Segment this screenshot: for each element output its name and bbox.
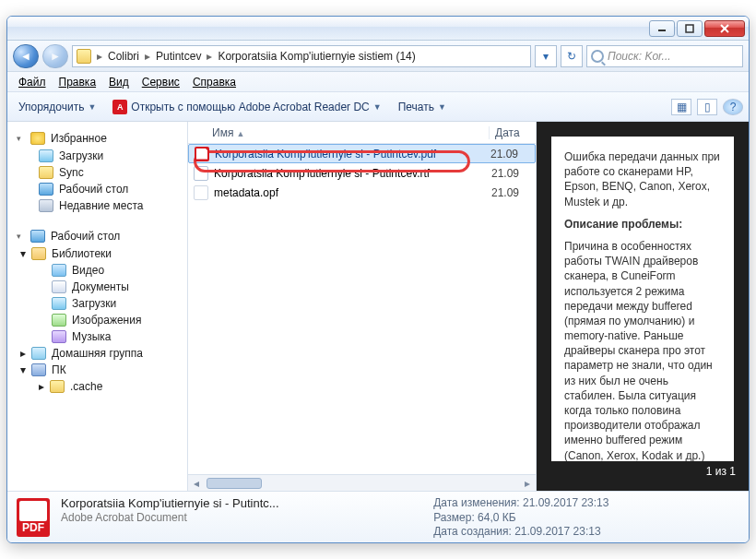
file-date: 21.09 [491,167,536,180]
details-modified: Дата изменения: 21.09.2017 23:13 [433,496,739,510]
sidebar-item-pictures[interactable]: Изображения [7,312,187,328]
file-row[interactable]: metadata.opf 21.09 [188,183,536,202]
details-pane: PDF Korporatsiia Komp'iutiernyie si - Pu… [7,491,749,542]
details-filename: Korporatsiia Komp'iutiernyie si - Putint… [61,496,409,510]
preview-pane: Ошибка передачи данных при работе со ска… [537,122,749,491]
scroll-left-icon[interactable]: ◂ [188,477,205,490]
back-button[interactable]: ◄ [13,44,39,68]
maximize-button[interactable] [677,20,703,37]
chevron-right-icon: ▸ [203,50,216,63]
open-with-button[interactable]: A Открыть с помощью Adobe Acrobat Reader… [107,98,386,116]
file-date: 21.09 [490,148,535,161]
file-row[interactable]: Korporatsiia Komp'iutiernyie si - Putint… [188,144,536,163]
sidebar-item-sync[interactable]: Sync [7,164,187,181]
sidebar-head-desktop[interactable]: ▾Рабочий стол [7,227,187,245]
bc-step[interactable]: Putintcev [156,50,201,63]
details-filetype: Adobe Acrobat Document [61,511,409,524]
chevron-down-icon: ▼ [373,102,382,112]
column-name[interactable]: Имя▲ [207,126,490,139]
breadcrumb[interactable]: ▸ Colibri ▸ Putintcev ▸ Korporatsiia Kom… [72,45,531,67]
print-button[interactable]: Печать▼ [393,99,452,115]
search-icon [591,50,604,63]
bc-step[interactable]: Colibri [108,50,139,63]
pdf-icon [195,147,209,161]
preview-pane-button[interactable]: ▯ [697,99,717,115]
details-created: Дата создания: 21.09.2017 23:13 [433,525,739,538]
preview-pager: 1 из 1 [537,461,749,483]
file-name: Korporatsiia Komp'iutiernyie si - Putint… [215,148,485,161]
h-scrollbar[interactable]: ◂ ▸ [188,474,536,491]
expand-icon: ▸ [20,347,26,360]
sidebar-item-docs[interactable]: Документы [7,279,187,295]
chevron-right-icon: ▸ [93,50,106,63]
navbar: ◄ ► ▸ Colibri ▸ Putintcev ▸ Korporatsiia… [7,41,749,72]
chevron-down-icon: ▼ [438,102,446,112]
preview-page: Ошибка передачи данных при работе со ска… [551,137,734,461]
expand-icon: ▸ [39,380,44,393]
pdf-icon-large: PDF [17,498,50,537]
bc-step[interactable]: Korporatsiia Komp'iutiernyie sistiem (14… [218,50,415,63]
sort-asc-icon: ▲ [236,129,244,138]
menu-tools[interactable]: Сервис [138,74,183,90]
scroll-thumb[interactable] [207,478,262,489]
sidebar-item-video[interactable]: Видео [7,262,187,279]
sidebar-item-downloads[interactable]: Загрузки [7,148,187,164]
collapse-icon: ▾ [17,232,25,241]
file-date: 21.09 [491,186,536,199]
toolbar: Упорядочить▼ A Открыть с помощью Adobe A… [7,92,749,122]
file-row[interactable]: Korporatsiia Komp'iutiernyie si - Putint… [188,163,536,183]
svg-rect-1 [686,25,693,32]
content-area: ▾Избранное Загрузки Sync Рабочий стол Не… [7,122,749,491]
help-button[interactable]: ? [723,99,743,115]
menu-edit[interactable]: Правка [55,74,100,90]
file-list: Korporatsiia Komp'iutiernyie si - Putint… [188,144,536,474]
sidebar-item-homegroup[interactable]: ▸Домашняя группа [7,345,187,362]
file-pane: Имя▲ Дата Korporatsiia Komp'iutiernyie s… [188,122,537,491]
minimize-button[interactable] [649,20,675,37]
sidebar-item-cache[interactable]: ▸.cache [7,378,187,395]
menu-file[interactable]: Файл [15,74,50,90]
folder-icon [77,49,91,64]
adobe-icon: A [112,100,127,114]
menu-view[interactable]: Вид [105,74,133,90]
column-date[interactable]: Дата [490,126,536,139]
scroll-right-icon[interactable]: ▸ [519,477,536,490]
organize-button[interactable]: Упорядочить▼ [13,99,101,115]
refresh-button[interactable]: ↻ [561,45,583,67]
collapse-icon: ▾ [17,134,25,143]
chevron-down-icon: ▼ [88,102,96,112]
file-name: metadata.opf [214,186,486,199]
rtf-icon [194,166,208,181]
collapse-icon: ▾ [20,247,26,260]
details-size: Размер: 64,0 КБ [433,511,739,524]
sidebar-item-downloads2[interactable]: Загрузки [7,295,187,312]
menu-help[interactable]: Справка [189,74,240,90]
titlebar [7,17,749,41]
dropdown-button[interactable]: ▾ [535,45,557,67]
search-placeholder: Поиск: Kor... [608,50,671,63]
sidebar-head-libraries[interactable]: ▾Библиотеки [7,245,187,262]
file-name: Korporatsiia Komp'iutiernyie si - Putint… [214,167,486,180]
close-button[interactable] [704,20,745,37]
sidebar-item-music[interactable]: Музыка [7,328,187,345]
search-input[interactable]: Поиск: Kor... [586,45,743,67]
collapse-icon: ▾ [20,363,26,376]
explorer-window: ◄ ► ▸ Colibri ▸ Putintcev ▸ Korporatsiia… [6,16,750,543]
opf-icon [194,185,208,200]
column-header-row: Имя▲ Дата [188,122,536,144]
sidebar-item-recent[interactable]: Недавние места [7,197,187,214]
sidebar: ▾Избранное Загрузки Sync Рабочий стол Не… [7,122,188,491]
sidebar-item-pc[interactable]: ▾ПК [7,362,187,378]
forward-button[interactable]: ► [42,44,68,68]
menubar: Файл Правка Вид Сервис Справка [7,72,749,92]
sidebar-item-desktop[interactable]: Рабочий стол [7,181,187,197]
sidebar-head-favorites[interactable]: ▾Избранное [7,129,187,148]
chevron-right-icon: ▸ [141,50,154,63]
view-icon-large[interactable]: ▦ [671,99,691,115]
